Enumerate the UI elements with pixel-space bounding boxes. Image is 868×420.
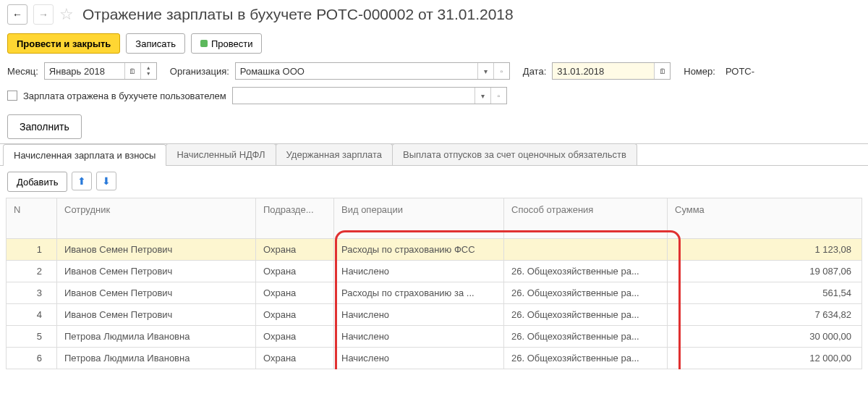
fill-button[interactable]: Заполнить [7,114,82,139]
cell-n[interactable]: 5 [7,326,57,348]
month-field[interactable]: Январь 2018 🗓 ▲▼ [44,62,157,80]
cell-reflection[interactable]: 26. Общехозяйственные ра... [504,326,668,348]
org-value[interactable]: Ромашка ООО [236,63,477,79]
add-button[interactable]: Добавить [7,172,67,192]
post-button[interactable]: Провести [191,33,263,54]
cell-reflection[interactable] [504,239,668,261]
month-label: Месяц: [7,66,38,77]
move-down-button[interactable]: ⬇ [96,172,116,190]
cell-operation[interactable]: Расходы по страхованию ФСС [334,239,504,261]
cell-employee[interactable]: Петрова Людмила Ивановна [57,348,256,369]
cell-employee[interactable]: Иванов Семен Петрович [57,261,256,282]
post-label: Провести [211,38,253,49]
date-label: Дата: [523,66,546,77]
cell-department[interactable]: Охрана [256,304,334,326]
org-label: Организация: [170,66,229,77]
cell-reflection[interactable]: 26. Общехозяйственные ра... [504,348,668,369]
table-row[interactable]: 6Петрова Людмила ИвановнаОхранаНачислено… [7,348,862,369]
data-table: N Сотрудник Подразде... Вид операции Спо… [6,198,862,369]
cell-operation[interactable]: Начислено [334,261,504,282]
cell-amount[interactable]: 7 634,82 [668,304,862,326]
table-row[interactable]: 4Иванов Семен ПетровичОхранаНачислено26.… [7,304,862,326]
cell-amount[interactable]: 19 087,06 [668,261,862,282]
cell-amount[interactable]: 30 000,00 [668,326,862,348]
calendar-icon[interactable]: 🗓 [124,63,140,79]
cell-amount[interactable]: 1 123,08 [668,239,862,261]
col-n[interactable]: N [7,198,57,239]
col-amount[interactable]: Сумма [668,198,862,239]
user-open-icon[interactable]: ▫ [490,88,506,104]
table-row[interactable]: 3Иванов Семен ПетровичОхранаРасходы по с… [7,282,862,304]
dropdown-icon[interactable]: ▾ [477,63,493,79]
user-dropdown-icon[interactable]: ▾ [475,88,490,104]
col-operation[interactable]: Вид операции [334,198,504,239]
cell-operation[interactable]: Начислено [334,326,504,348]
number-value: РОТС- [721,62,759,80]
cell-department[interactable]: Охрана [256,326,334,348]
tabs: Начисленная зарплата и взносы Начисленны… [0,143,868,166]
cell-employee[interactable]: Петрова Людмила Ивановна [57,326,256,348]
post-and-close-button[interactable]: Провести и закрыть [7,33,120,54]
cell-n[interactable]: 4 [7,304,57,326]
cell-operation[interactable]: Начислено [334,348,504,369]
col-reflection[interactable]: Способ отражения [504,198,668,239]
cell-n[interactable]: 3 [7,282,57,304]
col-department[interactable]: Подразде... [256,198,334,239]
table-row[interactable]: 5Петрова Людмила ИвановнаОхранаНачислено… [7,326,862,348]
cell-department[interactable]: Охрана [256,348,334,369]
tab-vacation-payments[interactable]: Выплата отпусков за счет оценочных обяза… [392,143,637,165]
post-icon [200,40,208,47]
cell-n[interactable]: 6 [7,348,57,369]
cell-operation[interactable]: Начислено [334,304,504,326]
user-value[interactable] [233,88,475,104]
org-field[interactable]: Ромашка ООО ▾ ▫ [235,62,510,80]
cell-reflection[interactable]: 26. Общехозяйственные ра... [504,304,668,326]
number-label: Номер: [684,66,715,77]
table-row[interactable]: 2Иванов Семен ПетровичОхранаНачислено26.… [7,261,862,282]
favorite-icon[interactable]: ☆ [59,5,74,24]
cell-amount[interactable]: 12 000,00 [668,348,862,369]
date-value[interactable]: 31.01.2018 [553,63,654,79]
cell-department[interactable]: Охрана [256,261,334,282]
reflected-label: Зарплата отражена в бухучете пользовател… [23,91,226,101]
cell-reflection[interactable]: 26. Общехозяйственные ра... [504,282,668,304]
cell-n[interactable]: 2 [7,261,57,282]
page-title: Отражение зарплаты в бухучете РОТС-00000… [82,6,514,23]
tab-withheld-salary[interactable]: Удержанная зарплата [276,143,393,165]
user-field[interactable]: ▾ ▫ [232,87,507,104]
cell-amount[interactable]: 561,54 [668,282,862,304]
cell-employee[interactable]: Иванов Семен Петрович [57,282,256,304]
tab-accrued-ndfl[interactable]: Начисленный НДФЛ [166,143,276,165]
table-row[interactable]: 1Иванов Семен ПетровичОхранаРасходы по с… [7,239,862,261]
date-field[interactable]: 31.01.2018 🗓 [552,62,671,80]
open-icon[interactable]: ▫ [493,63,509,79]
cell-employee[interactable]: Иванов Семен Петрович [57,304,256,326]
date-calendar-icon[interactable]: 🗓 [654,63,670,79]
cell-department[interactable]: Охрана [256,282,334,304]
cell-operation[interactable]: Расходы по страхованию за ... [334,282,504,304]
forward-button[interactable]: → [33,4,54,25]
cell-n[interactable]: 1 [7,239,57,261]
reflected-checkbox[interactable] [7,91,17,101]
spin-icon[interactable]: ▲▼ [140,63,156,79]
month-value[interactable]: Январь 2018 [45,63,124,79]
move-up-button[interactable]: ⬆ [72,172,92,190]
back-button[interactable]: ← [7,4,27,25]
cell-department[interactable]: Охрана [256,239,334,261]
cell-reflection[interactable]: 26. Общехозяйственные ра... [504,261,668,282]
col-employee[interactable]: Сотрудник [57,198,256,239]
tab-accrued-salary[interactable]: Начисленная зарплата и взносы [3,144,166,166]
cell-employee[interactable]: Иванов Семен Петрович [57,239,256,261]
save-button[interactable]: Записать [126,33,185,54]
